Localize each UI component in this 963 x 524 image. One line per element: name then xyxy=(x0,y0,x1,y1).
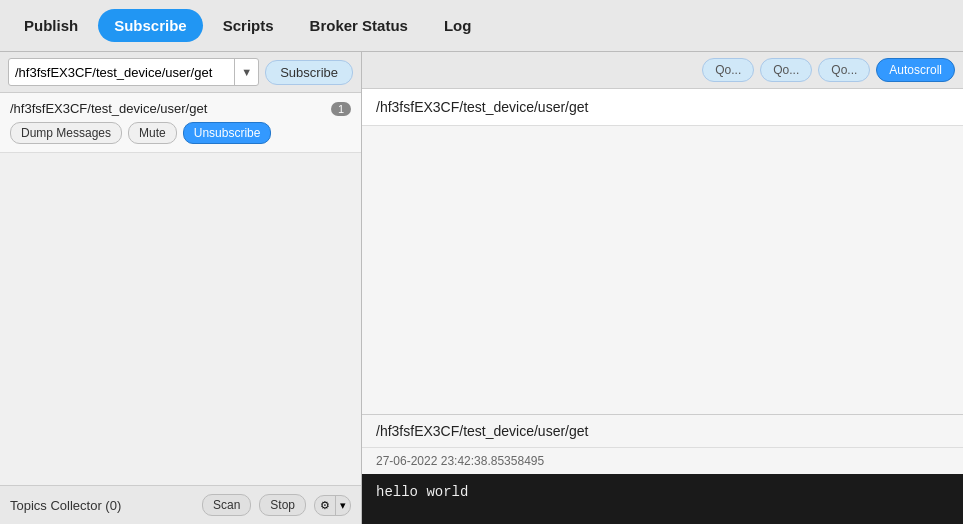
dropdown-arrow-icon[interactable]: ▼ xyxy=(234,59,258,85)
settings-dropdown-arrow: ▾ xyxy=(335,496,350,515)
autoscroll-button[interactable]: Autoscroll xyxy=(876,58,955,82)
qos-button-3[interactable]: Qo... xyxy=(818,58,870,82)
right-top-bar: Qo... Qo... Qo... Autoscroll xyxy=(362,52,963,89)
subscription-item: /hf3fsfEX3CF/test_device/user/get 1 Dump… xyxy=(0,93,361,153)
top-navigation: Publish Subscribe Scripts Broker Status … xyxy=(0,0,963,52)
subscription-header: /hf3fsfEX3CF/test_device/user/get 1 xyxy=(10,101,351,116)
tab-broker-status[interactable]: Broker Status xyxy=(294,9,424,42)
topic-input[interactable] xyxy=(9,65,234,80)
collector-settings-button[interactable]: ⚙ ▾ xyxy=(314,495,351,516)
subscription-topic: /hf3fsfEX3CF/test_device/user/get xyxy=(10,101,207,116)
qos-button-1[interactable]: Qo... xyxy=(702,58,754,82)
settings-icon: ⚙ xyxy=(315,496,335,515)
scan-button[interactable]: Scan xyxy=(202,494,251,516)
message-count-badge: 1 xyxy=(331,102,351,116)
main-layout: ▼ Subscribe /hf3fsfEX3CF/test_device/use… xyxy=(0,52,963,524)
dump-messages-button[interactable]: Dump Messages xyxy=(10,122,122,144)
unsubscribe-button[interactable]: Unsubscribe xyxy=(183,122,272,144)
message-block: /hf3fsfEX3CF/test_device/user/get 27-06-… xyxy=(362,414,963,524)
message-spacer xyxy=(362,126,963,414)
right-panel: Qo... Qo... Qo... Autoscroll /hf3fsfEX3C… xyxy=(362,52,963,524)
topics-collector-label: Topics Collector (0) xyxy=(10,498,194,513)
subscribe-bar: ▼ Subscribe xyxy=(0,52,361,93)
messages-area: /hf3fsfEX3CF/test_device/user/get /hf3fs… xyxy=(362,89,963,524)
tab-scripts[interactable]: Scripts xyxy=(207,9,290,42)
subscription-actions: Dump Messages Mute Unsubscribe xyxy=(10,122,351,144)
subscribe-button[interactable]: Subscribe xyxy=(265,60,353,85)
message-timestamp: 27-06-2022 23:42:38.85358495 xyxy=(362,448,963,474)
message-content: hello world xyxy=(362,474,963,524)
tab-publish[interactable]: Publish xyxy=(8,9,94,42)
tab-log[interactable]: Log xyxy=(428,9,488,42)
left-panel: ▼ Subscribe /hf3fsfEX3CF/test_device/use… xyxy=(0,52,362,524)
topic-input-wrapper: ▼ xyxy=(8,58,259,86)
topics-collector: Topics Collector (0) Scan Stop ⚙ ▾ xyxy=(0,485,361,524)
message-topic: /hf3fsfEX3CF/test_device/user/get xyxy=(362,415,963,448)
stop-button[interactable]: Stop xyxy=(259,494,306,516)
message-area-topic-header: /hf3fsfEX3CF/test_device/user/get xyxy=(362,89,963,126)
tab-subscribe[interactable]: Subscribe xyxy=(98,9,203,42)
qos-button-2[interactable]: Qo... xyxy=(760,58,812,82)
mute-button[interactable]: Mute xyxy=(128,122,177,144)
subscription-list: /hf3fsfEX3CF/test_device/user/get 1 Dump… xyxy=(0,93,361,485)
